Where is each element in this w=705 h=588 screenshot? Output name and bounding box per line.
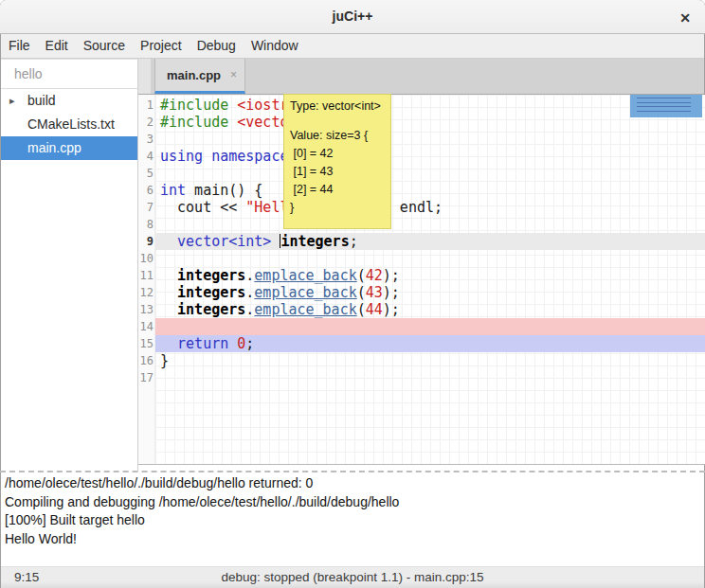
- line-number[interactable]: 4: [138, 148, 155, 165]
- code-line[interactable]: 16}: [138, 352, 705, 369]
- token-plain: .: [245, 301, 254, 318]
- line-number[interactable]: 7: [138, 199, 155, 216]
- project-name-label: hello: [1, 60, 137, 89]
- line-number[interactable]: 11: [138, 267, 155, 284]
- tree-item-build[interactable]: ▸build: [1, 89, 137, 113]
- token-plain: cout <<: [160, 199, 245, 216]
- tab-label: main.cpp: [167, 68, 221, 82]
- file-tree-panel[interactable]: hello ▸buildCMakeLists.txtmain.cpp: [1, 59, 138, 471]
- token-plain: ;: [350, 233, 358, 250]
- code-line-text: [155, 165, 705, 182]
- tab-main-cpp[interactable]: main.cpp×: [154, 59, 245, 94]
- token-plain: (: [357, 267, 366, 284]
- tab-bar: main.cpp×: [138, 59, 704, 95]
- line-number[interactable]: 14: [138, 318, 155, 335]
- code-line[interactable]: 15 return 0;: [138, 335, 705, 352]
- code-line[interactable]: 5: [138, 165, 705, 182]
- overview-thumbnail[interactable]: [630, 95, 702, 117]
- line-number[interactable]: 9: [138, 233, 155, 250]
- file-tree: ▸buildCMakeLists.txtmain.cpp: [1, 89, 137, 160]
- menu-project[interactable]: Project: [133, 34, 190, 58]
- tree-item-label: CMakeLists.txt: [27, 113, 115, 136]
- code-line[interactable]: 2#include <vector>: [138, 114, 705, 131]
- token-plain: (: [357, 301, 366, 318]
- code-line[interactable]: 12 integers.emplace_back(43);: [138, 284, 705, 301]
- title-bar[interactable]: juCi++ ✕: [0, 0, 705, 34]
- code-line-text: vector<int> integers;: [155, 233, 705, 250]
- code-line[interactable]: 13 integers.emplace_back(44);: [138, 301, 705, 318]
- code-line-text: integers.emplace_back(44);: [155, 301, 705, 318]
- menu-edit[interactable]: Edit: [38, 34, 76, 58]
- menu-file[interactable]: File: [1, 34, 38, 58]
- line-number[interactable]: 10: [138, 250, 155, 267]
- tooltip-gap: [290, 115, 385, 127]
- token-preproc: #include: [160, 114, 228, 131]
- code-line[interactable]: 14: [138, 318, 705, 335]
- line-number[interactable]: 8: [138, 216, 155, 233]
- window-title: juCi++: [0, 9, 705, 24]
- tree-item-main-cpp[interactable]: main.cpp: [1, 136, 137, 160]
- token-plain: ;: [245, 335, 254, 352]
- line-number[interactable]: 1: [138, 97, 155, 114]
- token-keyword: namespace: [211, 148, 288, 165]
- code-line-text: [155, 318, 705, 335]
- line-number[interactable]: 13: [138, 301, 155, 318]
- line-number[interactable]: 2: [138, 114, 155, 131]
- token-plain: );: [383, 301, 400, 318]
- code-line-text: #include <vector>: [155, 114, 705, 131]
- token-number: 42: [366, 267, 383, 284]
- menu-source[interactable]: Source: [76, 34, 133, 58]
- build-output-panel[interactable]: /home/olece/test/hello/./build/debug/hel…: [1, 472, 704, 566]
- line-number[interactable]: 17: [138, 369, 155, 386]
- token-number: 43: [366, 284, 383, 301]
- code-lines: 1#include <iostream>2#include <vector>34…: [138, 97, 705, 386]
- output-line: [100%] Built target hello: [5, 511, 700, 530]
- code-line[interactable]: 9 vector<int> integers;: [138, 233, 705, 250]
- menu-debug[interactable]: Debug: [190, 34, 244, 58]
- code-line-text: integers.emplace_back(42);: [155, 267, 705, 284]
- token-number: 0: [237, 335, 245, 352]
- token-member: emplace_back: [254, 284, 356, 301]
- token-plain: [228, 97, 237, 114]
- code-line-text: cout << "Hello World!" << endl;: [155, 199, 705, 216]
- token-keyword: return: [177, 335, 228, 352]
- line-number[interactable]: 12: [138, 284, 155, 301]
- line-number[interactable]: 16: [138, 352, 155, 369]
- token-plain: );: [383, 267, 400, 284]
- code-line[interactable]: 6int main() {: [138, 182, 705, 199]
- token-number: 44: [366, 301, 383, 318]
- code-line[interactable]: 1#include <iostream>: [138, 97, 705, 114]
- line-number[interactable]: 5: [138, 165, 155, 182]
- line-number[interactable]: 3: [138, 131, 155, 148]
- output-line: Compiling and debugging /home/olece/test…: [5, 493, 700, 512]
- code-line-text: [155, 216, 705, 233]
- token-plain: main() {: [186, 182, 262, 199]
- code-line[interactable]: 11 integers.emplace_back(42);: [138, 267, 705, 284]
- token-plain: (: [357, 284, 366, 301]
- output-line: Hello World!: [5, 530, 700, 549]
- menu-window[interactable]: Window: [244, 34, 306, 58]
- debug-status-label: debug: stopped (breakpoint 1.1) - main.c…: [1, 570, 704, 584]
- code-line[interactable]: 3: [138, 131, 705, 148]
- code-line[interactable]: 4using namespace std;: [138, 148, 705, 165]
- token-plain: [271, 233, 280, 250]
- tooltip-value-line: [2] = 44: [290, 181, 385, 199]
- line-number[interactable]: 6: [138, 182, 155, 199]
- code-line-text: int main() {: [155, 182, 705, 199]
- token-variable: integers: [177, 284, 245, 301]
- code-line[interactable]: 7 cout << "Hello World!" << endl;: [138, 199, 705, 216]
- line-number[interactable]: 15: [138, 335, 155, 352]
- code-editor[interactable]: 1#include <iostream>2#include <vector>34…: [138, 95, 705, 465]
- expander-icon[interactable]: ▸: [9, 89, 15, 113]
- debug-value-tooltip: Type: vector<int> Value: size=3 { [0] = …: [283, 94, 391, 229]
- code-line[interactable]: 10: [138, 250, 705, 267]
- close-window-icon[interactable]: ✕: [675, 8, 696, 28]
- code-line[interactable]: 8: [138, 216, 705, 233]
- tab-close-icon[interactable]: ×: [230, 68, 237, 81]
- token-plain: [160, 301, 177, 318]
- tree-item-cmakelists-txt[interactable]: CMakeLists.txt: [1, 113, 137, 136]
- token-plain: [160, 267, 177, 284]
- code-line[interactable]: 17: [138, 369, 705, 386]
- token-variable: integers: [280, 233, 349, 250]
- token-member: emplace_back: [254, 301, 356, 318]
